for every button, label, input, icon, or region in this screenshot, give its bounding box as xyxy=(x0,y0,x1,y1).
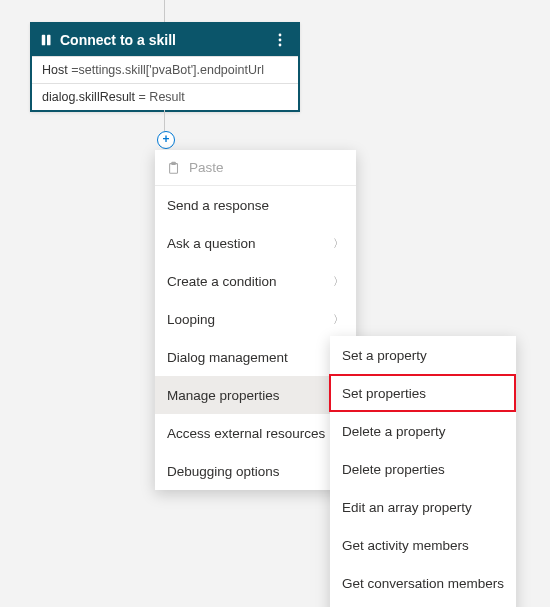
menu-item-label: Edit an array property xyxy=(342,500,504,515)
submenu-get-activity-members[interactable]: Get activity members xyxy=(330,526,516,564)
menu-item-label: Delete a property xyxy=(342,424,504,439)
svg-point-2 xyxy=(279,34,282,37)
menu-manage-properties[interactable]: Manage properties 〉 xyxy=(155,376,356,414)
submenu-update-activity[interactable]: Update activity xyxy=(330,602,516,607)
submenu-get-conversation-members[interactable]: Get conversation members xyxy=(330,564,516,602)
menu-dialog-management[interactable]: Dialog management 〉 xyxy=(155,338,356,376)
submenu-set-properties[interactable]: Set properties xyxy=(330,374,516,412)
svg-rect-0 xyxy=(42,35,46,46)
menu-paste: Paste xyxy=(155,150,356,186)
menu-access-external[interactable]: Access external resources 〉 xyxy=(155,414,356,452)
menu-looping[interactable]: Looping 〉 xyxy=(155,300,356,338)
menu-item-label: Set a property xyxy=(342,348,504,363)
connector-line-top xyxy=(164,0,165,22)
svg-rect-5 xyxy=(170,163,178,173)
host-value: =settings.skill['pvaBot'].endpointUrl xyxy=(71,63,264,77)
submenu-delete-properties[interactable]: Delete properties xyxy=(330,450,516,488)
submenu-delete-property[interactable]: Delete a property xyxy=(330,412,516,450)
menu-ask-question[interactable]: Ask a question 〉 xyxy=(155,224,356,262)
menu-item-label: Debugging options xyxy=(167,464,325,479)
menu-item-label: Send a response xyxy=(167,198,344,213)
menu-paste-label: Paste xyxy=(189,160,344,175)
menu-item-label: Get conversation members xyxy=(342,576,504,591)
menu-item-label: Manage properties xyxy=(167,388,325,403)
svg-rect-6 xyxy=(172,162,176,164)
skill-card[interactable]: Connect to a skill Host =settings.skill[… xyxy=(30,22,300,112)
menu-item-label: Looping xyxy=(167,312,325,327)
menu-item-label: Access external resources xyxy=(167,426,325,441)
card-menu-icon[interactable] xyxy=(270,28,290,52)
svg-point-3 xyxy=(279,39,282,42)
submenu-edit-array[interactable]: Edit an array property xyxy=(330,488,516,526)
chevron-right-icon: 〉 xyxy=(333,312,344,327)
skill-card-header[interactable]: Connect to a skill xyxy=(32,24,298,56)
chevron-right-icon: 〉 xyxy=(333,274,344,289)
menu-item-label: Dialog management xyxy=(167,350,325,365)
menu-item-label: Create a condition xyxy=(167,274,325,289)
submenu-manage-properties: Set a property Set properties Delete a p… xyxy=(330,336,516,607)
connector-line-bottom xyxy=(164,110,165,132)
skill-icon xyxy=(40,33,54,47)
svg-point-4 xyxy=(279,44,282,47)
submenu-set-property[interactable]: Set a property xyxy=(330,336,516,374)
skill-card-result-row[interactable]: dialog.skillResult = Result xyxy=(32,83,298,110)
menu-item-label: Delete properties xyxy=(342,462,504,477)
paste-icon xyxy=(167,161,181,175)
add-node-button[interactable] xyxy=(157,131,175,149)
primary-context-menu: Paste Send a response Ask a question 〉 C… xyxy=(155,150,356,490)
skill-card-title: Connect to a skill xyxy=(60,32,270,48)
menu-item-label: Ask a question xyxy=(167,236,325,251)
menu-item-label: Set properties xyxy=(342,386,504,401)
chevron-right-icon: 〉 xyxy=(333,236,344,251)
menu-send-response[interactable]: Send a response xyxy=(155,186,356,224)
result-value: = Result xyxy=(139,90,185,104)
menu-item-label: Get activity members xyxy=(342,538,504,553)
skill-card-host-row[interactable]: Host =settings.skill['pvaBot'].endpointU… xyxy=(32,56,298,83)
menu-create-condition[interactable]: Create a condition 〉 xyxy=(155,262,356,300)
result-label: dialog.skillResult xyxy=(42,90,139,104)
svg-rect-1 xyxy=(47,35,51,46)
host-label: Host xyxy=(42,63,71,77)
menu-debugging[interactable]: Debugging options 〉 xyxy=(155,452,356,490)
